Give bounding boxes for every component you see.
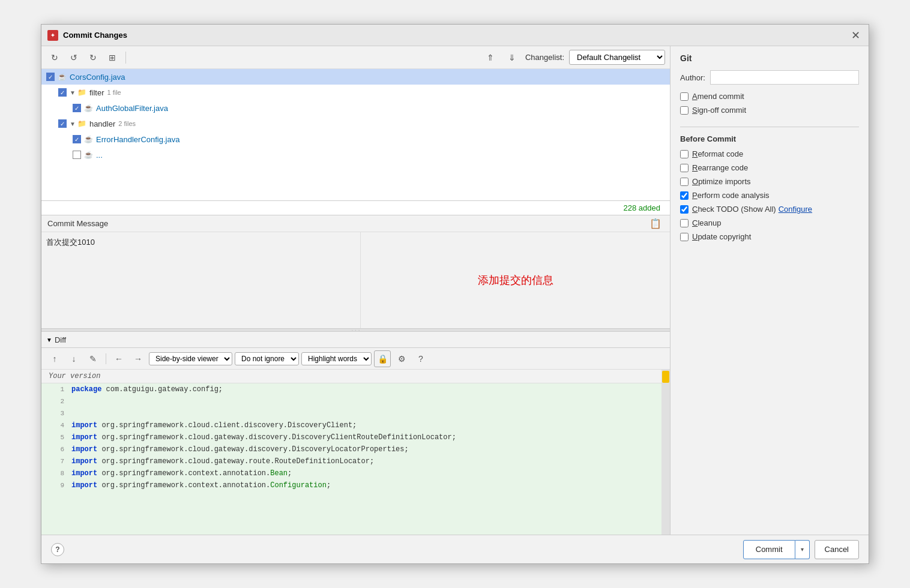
amend-commit-label[interactable]: Amend commit	[692, 92, 744, 101]
checkbox-corsconfig[interactable]: ✓	[46, 73, 55, 81]
changelist-select[interactable]: Default Changelist	[569, 50, 665, 65]
rearrange-checkbox[interactable]	[680, 164, 689, 172]
commit-dropdown-button[interactable]: ▾	[795, 540, 810, 559]
tree-item-authfilter[interactable]: ✓ ☕ AuthGlobalFilter.java	[41, 100, 670, 116]
close-button[interactable]: ✕	[848, 28, 863, 43]
tree-item-handler[interactable]: ✓ ▼ 📁 handler 2 files	[41, 116, 670, 131]
amend-underline: A	[692, 92, 698, 101]
todo-checkbox[interactable]	[680, 205, 689, 214]
commit-message-input[interactable]: 首次提交1010	[46, 237, 355, 323]
checkbox-handler[interactable]: ✓	[58, 119, 67, 128]
folder-name-handler: handler	[89, 119, 115, 128]
configure-link[interactable]: Configure	[779, 205, 812, 214]
cleanup-label[interactable]: Cleanup	[692, 218, 721, 227]
signoff-underline: S	[692, 106, 698, 115]
diff-help-button[interactable]: ?	[412, 350, 429, 367]
cleanup-checkbox[interactable]	[680, 219, 689, 227]
diff-line-7: 7 import org.springframework.cloud.gatew…	[41, 455, 661, 467]
diff-forward-button[interactable]: →	[130, 350, 146, 367]
tree-item-corsconfig[interactable]: ✓ ☕ CorsConfig.java	[41, 69, 670, 85]
commit-message-header: Commit Message 📋	[41, 215, 670, 232]
analysis-checkbox[interactable]	[680, 191, 689, 200]
todo-row: Check TODO (Show All) Configure	[680, 205, 859, 214]
cleanup-row: Cleanup	[680, 218, 859, 227]
git-author-input[interactable]	[710, 70, 859, 85]
diff-next-button[interactable]: ↓	[65, 350, 82, 367]
checkbox-authfilter[interactable]: ✓	[73, 104, 81, 112]
file-name-authfilter: AuthGlobalFilter.java	[96, 104, 168, 113]
checkbox-filter[interactable]: ✓	[58, 88, 67, 97]
diff-prev-button[interactable]: ↑	[46, 350, 63, 367]
cancel-button[interactable]: Cancel	[815, 540, 859, 559]
tree-item-errorhandler[interactable]: ✓ ☕ ErrorHandlerConfig.java	[41, 131, 670, 147]
undo-button[interactable]: ↺	[65, 49, 82, 66]
added-count: 228 added	[41, 201, 670, 215]
diff-header[interactable]: ▼ Diff	[41, 331, 670, 348]
analysis-label[interactable]: Perform code analysis	[692, 191, 770, 200]
diff-scrollbar[interactable]	[661, 370, 670, 535]
diff-viewer-select[interactable]: Side-by-side viewer	[149, 352, 232, 365]
diff-lock-button[interactable]: 🔒	[374, 350, 391, 367]
diff-settings-button[interactable]: ⚙	[393, 350, 410, 367]
reformat-label[interactable]: Reformat code	[692, 149, 743, 158]
diff-highlight-select[interactable]: Highlight words	[301, 352, 372, 365]
git-author-label: Author:	[680, 73, 705, 82]
diff-line-3: 3	[41, 407, 661, 419]
line-code-8: import org.springframework.context.annot…	[71, 467, 292, 479]
line-num-5: 5	[46, 431, 64, 443]
commit-message-left: 首次提交1010	[41, 232, 361, 328]
amend-commit-checkbox[interactable]	[680, 92, 689, 101]
copyright-row: Update copyright	[680, 232, 859, 241]
diff-line-2: 2	[41, 395, 661, 407]
diff-toolbar-sep1	[106, 353, 106, 364]
bottom-bar-left: ?	[51, 543, 743, 556]
commit-button[interactable]: Commit	[743, 540, 795, 559]
tree-item-filter[interactable]: ✓ ▼ 📁 filter 1 file	[41, 85, 670, 100]
move-up-button[interactable]: ⇑	[482, 49, 499, 66]
commit-message-section: Commit Message 📋 首次提交1010 添加提交的信息	[41, 215, 670, 329]
sync-button[interactable]: ↻	[46, 49, 63, 66]
diff-ignore-select[interactable]: Do not ignore	[235, 352, 299, 365]
copyright-checkbox[interactable]	[680, 233, 689, 241]
reformat-row: Reformat code	[680, 149, 859, 158]
optimize-label[interactable]: Optimize imports	[692, 177, 751, 186]
java-icon-partial: ☕	[84, 151, 93, 159]
filter-count: 1 file	[107, 89, 121, 96]
redo-button[interactable]: ↻	[85, 49, 101, 66]
main-content: ↻ ↺ ↻ ⊞ ⇑ ⇓ Changelist: Default Changeli…	[41, 46, 869, 535]
copy-template-button[interactable]: 📋	[647, 215, 664, 232]
commit-message-body: 首次提交1010 添加提交的信息	[41, 232, 670, 328]
tree-item-partial[interactable]: ☕ ...	[41, 147, 670, 163]
diff-line-4: 4 import org.springframework.cloud.clien…	[41, 419, 661, 431]
diff-line-9: 9 import org.springframework.context.ann…	[41, 479, 661, 491]
commit-message-label: Commit Message	[47, 219, 108, 228]
todo-label[interactable]: Check TODO (Show All)	[692, 205, 776, 214]
app-icon: ✦	[47, 30, 58, 41]
changelist-label: Changelist:	[525, 53, 564, 62]
diff-back-button[interactable]: ←	[110, 350, 127, 367]
optimize-checkbox[interactable]	[680, 178, 689, 186]
top-toolbar: ↻ ↺ ↻ ⊞ ⇑ ⇓ Changelist: Default Changeli…	[41, 46, 670, 69]
signoff-commit-checkbox[interactable]	[680, 106, 689, 115]
folder-icon: 📁	[77, 88, 86, 97]
line-code-4: import org.springframework.cloud.client.…	[71, 419, 357, 431]
line-num-3: 3	[46, 407, 64, 419]
help-button[interactable]: ?	[51, 543, 64, 556]
group-button[interactable]: ⊞	[104, 49, 121, 66]
diff-toolbar: ↑ ↓ ✎ ← → Side-by-side viewer Do not ign…	[41, 348, 670, 370]
reformat-checkbox[interactable]	[680, 150, 689, 158]
copyright-label[interactable]: Update copyright	[692, 232, 751, 241]
diff-header-label: Diff	[55, 335, 66, 344]
signoff-commit-label[interactable]: Sign-off commit	[692, 106, 746, 115]
move-down-button[interactable]: ⇓	[504, 49, 520, 66]
diff-scrollbar-thumb	[662, 371, 669, 383]
commit-changes-dialog: ✦ Commit Changes ✕ ↻ ↺ ↻ ⊞ ⇑ ⇓ Changelis…	[41, 24, 869, 564]
rearrange-label[interactable]: Rearrange code	[692, 163, 748, 172]
checkbox-partial[interactable]	[73, 151, 81, 159]
line-num-8: 8	[46, 467, 64, 479]
line-code-7: import org.springframework.cloud.gateway…	[71, 455, 374, 467]
folder-icon-handler: 📁	[77, 119, 86, 128]
line-code-9: import org.springframework.context.annot…	[71, 479, 331, 491]
diff-edit-button[interactable]: ✎	[85, 350, 101, 367]
checkbox-errorhandler[interactable]: ✓	[73, 135, 81, 143]
